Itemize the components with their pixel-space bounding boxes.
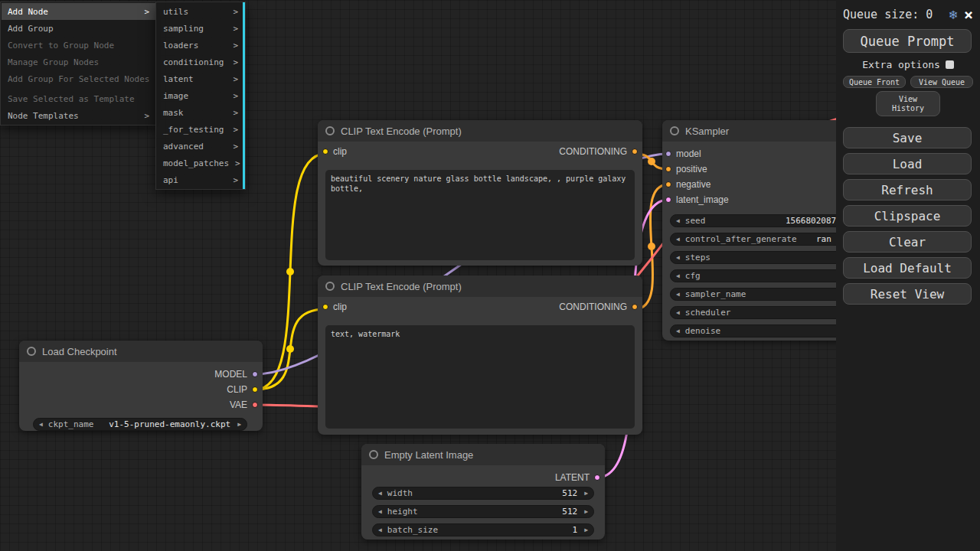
width-widget[interactable]: ◀ width 512 ▶ (372, 487, 594, 500)
node-header[interactable]: Load Checkpoint (19, 341, 263, 362)
node-header[interactable]: Empty Latent Image (361, 444, 605, 465)
menu-item-label: mask (163, 108, 184, 118)
widget-value[interactable]: ran (816, 233, 831, 245)
reset-view-button[interactable]: Reset View (843, 283, 972, 305)
height-widget[interactable]: ◀ height 512 ▶ (372, 505, 594, 518)
submenu-scrollbar[interactable] (243, 2, 245, 189)
output-conditioning[interactable]: CONDITIONING (559, 302, 638, 312)
conditioning-port-icon[interactable] (632, 148, 638, 155)
decrement-arrow-icon[interactable]: ◀ (671, 233, 685, 245)
widget-value[interactable]: 512 (562, 488, 577, 498)
comfyui-canvas[interactable]: CLIP Text Encode (Prompt) clip CONDITION… (0, 0, 980, 551)
queue-front-button[interactable]: Queue Front (843, 76, 906, 88)
prev-arrow-icon[interactable]: ◀ (34, 419, 48, 430)
increment-arrow-icon[interactable]: ▶ (579, 524, 593, 536)
vae-port-icon[interactable] (252, 402, 258, 408)
next-arrow-icon[interactable]: ▶ (232, 419, 247, 430)
settings-gear-icon[interactable]: ❄ (949, 8, 957, 21)
node-title: Empty Latent Image (384, 449, 473, 461)
save-button[interactable]: Save (843, 127, 972, 148)
node-clip-text-encode-2[interactable]: CLIP Text Encode (Prompt) clip CONDITION… (318, 276, 642, 435)
widget-value[interactable]: 512 (562, 507, 577, 517)
extra-options-checkbox[interactable] (946, 60, 954, 69)
output-vae[interactable]: VAE (19, 397, 258, 412)
menu-item-node-templates[interactable]: Node Templates > (2, 107, 155, 124)
input-clip[interactable]: clip (322, 146, 347, 157)
decrement-arrow-icon[interactable]: ◀ (373, 506, 387, 517)
clipspace-button[interactable]: Clipspace (843, 205, 972, 227)
widget-value[interactable]: 1 (573, 525, 578, 535)
node-header[interactable]: CLIP Text Encode (Prompt) (318, 276, 642, 297)
collapse-dot-icon[interactable] (325, 282, 335, 291)
decrement-arrow-icon[interactable]: ◀ (671, 289, 685, 300)
output-latent[interactable]: LATENT (361, 470, 600, 485)
increment-arrow-icon[interactable]: ▶ (579, 487, 593, 499)
decrement-arrow-icon[interactable]: ◀ (671, 270, 685, 282)
load-button[interactable]: Load (843, 153, 972, 174)
conditioning-port-icon[interactable] (665, 166, 671, 172)
menu-item-label: image (163, 91, 188, 101)
decrement-arrow-icon[interactable]: ◀ (373, 524, 387, 536)
submenu-item-loaders[interactable]: loaders > (157, 37, 244, 54)
submenu-item-for-testing[interactable]: _for_testing > (157, 121, 244, 138)
output-clip[interactable]: CLIP (19, 382, 258, 397)
menu-item-add-group-for-selected: Add Group For Selected Nodes (2, 70, 155, 87)
collapse-dot-icon[interactable] (670, 126, 679, 135)
queue-prompt-button[interactable]: Queue Prompt (843, 29, 972, 53)
prompt-textarea[interactable]: beautiful scenery nature glass bottle la… (325, 170, 635, 260)
node-clip-text-encode-1[interactable]: CLIP Text Encode (Prompt) clip CONDITION… (318, 120, 642, 266)
menu-item-add-node[interactable]: Add Node > (2, 3, 155, 20)
widget-value[interactable]: 1566802087 (786, 215, 836, 227)
submenu-arrow-icon: > (227, 125, 238, 135)
node-header[interactable]: CLIP Text Encode (Prompt) (318, 120, 642, 142)
latent-port-icon[interactable] (594, 474, 600, 481)
decrement-arrow-icon[interactable]: ◀ (671, 252, 685, 263)
submenu-item-advanced[interactable]: advanced > (157, 138, 244, 155)
clear-button[interactable]: Clear (843, 231, 972, 253)
submenu-item-mask[interactable]: mask > (157, 104, 244, 121)
decrement-arrow-icon[interactable]: ◀ (671, 325, 685, 337)
submenu-item-api[interactable]: api > (157, 171, 244, 188)
clip-port-icon[interactable] (252, 386, 258, 393)
queue-size-label: Queue size: 0 (843, 8, 933, 21)
output-model[interactable]: MODEL (19, 367, 258, 382)
decrement-arrow-icon[interactable]: ◀ (671, 307, 685, 318)
refresh-button[interactable]: Refresh (843, 179, 972, 201)
submenu-item-conditioning[interactable]: conditioning > (157, 54, 244, 70)
conditioning-port-icon[interactable] (632, 304, 638, 310)
submenu-item-latent[interactable]: latent > (157, 70, 244, 87)
close-icon[interactable]: × (964, 8, 973, 21)
submenu-item-sampling[interactable]: sampling > (157, 20, 244, 37)
collapse-dot-icon[interactable] (369, 450, 378, 459)
node-title: KSampler (685, 126, 729, 137)
node-load-checkpoint[interactable]: Load Checkpoint MODEL CLIP VAE ◀ ckpt_na… (19, 341, 263, 431)
batch-size-widget[interactable]: ◀ batch_size 1 ▶ (372, 523, 594, 536)
decrement-arrow-icon[interactable]: ◀ (671, 215, 685, 227)
load-default-button[interactable]: Load Default (843, 257, 972, 279)
model-port-icon[interactable] (665, 151, 671, 157)
menu-item-add-group[interactable]: Add Group (2, 20, 155, 37)
increment-arrow-icon[interactable]: ▶ (579, 506, 593, 517)
submenu-item-model-patches[interactable]: model_patches > (157, 155, 244, 171)
view-history-button[interactable]: View History (876, 91, 940, 116)
prompt-textarea[interactable]: text, watermark (325, 325, 635, 429)
output-conditioning[interactable]: CONDITIONING (559, 146, 638, 157)
submenu-item-utils[interactable]: utils > (157, 3, 244, 20)
widget-value[interactable]: v1-5-pruned-emaonly.ckpt (109, 419, 230, 429)
clip-port-icon[interactable] (322, 148, 328, 155)
clip-port-icon[interactable] (322, 304, 328, 310)
submenu-item-image[interactable]: image > (157, 87, 244, 104)
view-queue-button[interactable]: View Queue (910, 76, 973, 88)
link-dot (286, 268, 294, 276)
model-port-icon[interactable] (252, 371, 258, 377)
collapse-dot-icon[interactable] (325, 126, 335, 135)
latent-port-icon[interactable] (665, 197, 671, 203)
decrement-arrow-icon[interactable]: ◀ (373, 487, 387, 499)
input-clip[interactable]: clip (322, 302, 347, 312)
output-label: CLIP (227, 384, 247, 395)
collapse-dot-icon[interactable] (27, 347, 36, 356)
ckpt-name-widget[interactable]: ◀ ckpt_name v1-5-pruned-emaonly.ckpt ▶ (33, 418, 247, 431)
input-label: positive (676, 164, 707, 174)
node-empty-latent-image[interactable]: Empty Latent Image LATENT ◀ width 512 ▶ … (361, 444, 605, 540)
conditioning-port-icon[interactable] (665, 181, 671, 187)
